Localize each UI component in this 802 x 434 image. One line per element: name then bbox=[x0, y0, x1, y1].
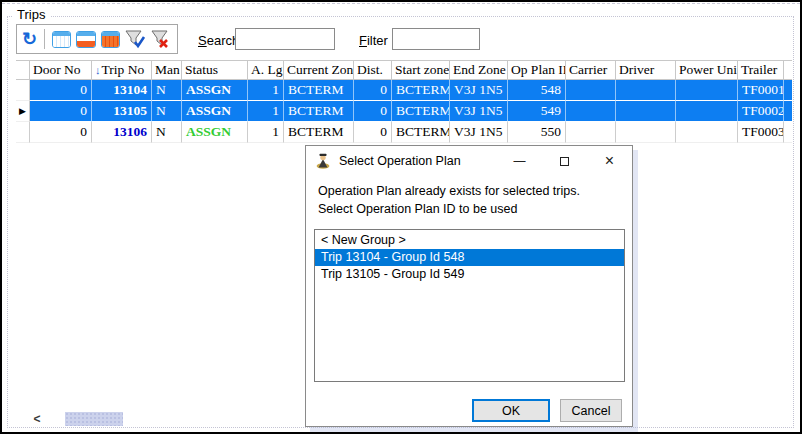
grid-cell-man: N bbox=[152, 80, 182, 101]
operation-plan-listbox: < New Group >Trip 13104 - Group Id 548Tr… bbox=[314, 229, 625, 382]
grid-cell-man: N bbox=[152, 122, 182, 143]
close-icon[interactable]: × bbox=[587, 146, 632, 176]
column-header-trailer[interactable]: Trailer bbox=[738, 61, 784, 79]
grid-cell-trailer: TF0001 bbox=[738, 80, 784, 101]
filter-input[interactable] bbox=[392, 28, 480, 50]
horizontal-scrollbar: < bbox=[28, 411, 123, 427]
grid-cell-status: ASSGN bbox=[182, 80, 248, 101]
column-header-opplan[interactable]: Op Plan ID bbox=[508, 61, 566, 79]
grid-cell-status: ASSGN bbox=[182, 101, 248, 122]
select-operation-plan-dialog: Select Operation Plan — × Operation Plan… bbox=[305, 145, 633, 427]
current-row-marker-icon: ▶ bbox=[19, 107, 26, 116]
column-header-carrier[interactable]: Carrier bbox=[566, 61, 616, 79]
grid-cell-status: ASSGN bbox=[182, 122, 248, 143]
scrollbar-thumb[interactable] bbox=[65, 412, 123, 426]
grid-cell-szone: BCTERM bbox=[392, 122, 450, 143]
grid-cell-alg: 1 bbox=[248, 80, 284, 101]
grid-cell-alg: 1 bbox=[248, 122, 284, 143]
grid-header: Door No↓Trip NoManStatusA. LgCurrent Zon… bbox=[16, 60, 792, 80]
search-label: Search bbox=[198, 33, 239, 48]
column-header-status[interactable]: Status bbox=[182, 61, 248, 79]
grid-cell-trailer: TF0002 bbox=[738, 101, 784, 122]
grid-view-empty-icon[interactable] bbox=[52, 31, 71, 48]
grid-cell-carrier bbox=[566, 80, 616, 101]
refresh-icon[interactable]: ↻ bbox=[22, 30, 37, 48]
grid-cell-czone: BCTERM bbox=[284, 122, 354, 143]
table-row[interactable]: 013106NASSGN1BCTERM0BCTERMV3J 1N5550TF00… bbox=[16, 122, 792, 143]
column-header-driver[interactable]: Driver bbox=[616, 61, 676, 79]
row-selector[interactable] bbox=[16, 122, 30, 143]
minimize-icon[interactable]: — bbox=[497, 146, 542, 176]
grid-cell-trip: 13105 bbox=[92, 101, 152, 122]
grid-cell-carrier bbox=[566, 101, 616, 122]
grid-cell-door: 0 bbox=[30, 122, 92, 143]
grid-cell-dist: 0 bbox=[354, 80, 392, 101]
grid-cell-ezone: V3J 1N5 bbox=[450, 122, 508, 143]
grid-cell-trip: 13104 bbox=[92, 80, 152, 101]
list-item[interactable]: < New Group > bbox=[315, 232, 624, 249]
grid-cell-carrier bbox=[566, 122, 616, 143]
table-row[interactable]: 013104NASSGN1BCTERM0BCTERMV3J 1N5548TF00… bbox=[16, 80, 792, 101]
column-header-punit[interactable]: Power Unit bbox=[676, 61, 738, 79]
trips-grid: Door No↓Trip NoManStatusA. LgCurrent Zon… bbox=[16, 60, 792, 143]
list-item[interactable]: Trip 13104 - Group Id 548 bbox=[315, 249, 624, 266]
column-header-ezone[interactable]: End Zone bbox=[450, 61, 508, 79]
column-header-man[interactable]: Man bbox=[152, 61, 182, 79]
grid-cell-ezone: V3J 1N5 bbox=[450, 101, 508, 122]
search-input[interactable] bbox=[235, 28, 335, 50]
filter-label: Filter bbox=[359, 33, 388, 48]
grid-cell-szone: BCTERM bbox=[392, 101, 450, 122]
grid-cell-punit bbox=[676, 101, 738, 122]
grid-cell-opplan: 548 bbox=[508, 80, 566, 101]
grid-cell-trailer: TF0003 bbox=[738, 122, 784, 143]
column-header-filler bbox=[784, 61, 792, 79]
window-top-dash bbox=[2, 3, 800, 4]
grid-body: 013104NASSGN1BCTERM0BCTERMV3J 1N5548TF00… bbox=[16, 80, 792, 143]
list-item[interactable]: Trip 13105 - Group Id 549 bbox=[315, 266, 624, 283]
row-selector[interactable] bbox=[16, 80, 30, 101]
column-header-dist[interactable]: Dist. bbox=[354, 61, 392, 79]
grid-cell-man: N bbox=[152, 101, 182, 122]
grid-view-partial-icon[interactable] bbox=[76, 31, 95, 48]
dialog-buttons: OK Cancel bbox=[472, 399, 622, 422]
row-selector-header bbox=[16, 61, 30, 79]
grid-cell-szone: BCTERM bbox=[392, 80, 450, 101]
column-header-door[interactable]: Door No bbox=[30, 61, 92, 79]
dialog-message: Operation Plan already exists for select… bbox=[318, 182, 620, 218]
grid-cell-ezone: V3J 1N5 bbox=[450, 80, 508, 101]
trips-group-label: Trips bbox=[12, 7, 50, 22]
grid-cell-door: 0 bbox=[30, 101, 92, 122]
dialog-title: Select Operation Plan bbox=[339, 154, 461, 168]
grid-cell-driver bbox=[616, 122, 676, 143]
grid-cell-alg: 1 bbox=[248, 101, 284, 122]
scroll-left-icon[interactable]: < bbox=[28, 412, 46, 426]
ok-button[interactable]: OK bbox=[472, 399, 550, 422]
trips-toolbar: ↻ bbox=[16, 24, 178, 54]
grid-cell-filler bbox=[784, 80, 792, 101]
cancel-button[interactable]: Cancel bbox=[560, 399, 622, 422]
trips-window: { "window": { "group_label": "Trips" }, … bbox=[0, 0, 802, 434]
column-header-czone[interactable]: Current Zone bbox=[284, 61, 354, 79]
maximize-icon[interactable] bbox=[542, 146, 587, 176]
dialog-titlebar: Select Operation Plan — × bbox=[306, 146, 632, 176]
column-header-trip[interactable]: ↓Trip No bbox=[92, 61, 152, 79]
caption-buttons: — × bbox=[497, 146, 632, 176]
grid-view-full-icon[interactable] bbox=[101, 31, 120, 48]
grid-cell-driver bbox=[616, 80, 676, 101]
dialog-message-line2: Select Operation Plan ID to be used bbox=[318, 200, 620, 218]
row-selector[interactable]: ▶ bbox=[16, 101, 30, 122]
grid-cell-czone: BCTERM bbox=[284, 80, 354, 101]
filter-clear-icon[interactable] bbox=[151, 30, 172, 49]
table-row[interactable]: ▶013105NASSGN1BCTERM0BCTERMV3J 1N5549TF0… bbox=[16, 101, 792, 122]
grid-cell-czone: BCTERM bbox=[284, 101, 354, 122]
grid-cell-trip: 13106 bbox=[92, 122, 152, 143]
column-header-szone[interactable]: Start zone bbox=[392, 61, 450, 79]
column-header-alg[interactable]: A. Lg bbox=[248, 61, 284, 79]
toolbar-separator bbox=[44, 29, 45, 49]
grid-cell-driver bbox=[616, 101, 676, 122]
grid-cell-punit bbox=[676, 80, 738, 101]
filter-apply-icon[interactable] bbox=[125, 30, 146, 49]
sort-desc-icon: ↓ bbox=[95, 64, 101, 76]
grid-cell-punit bbox=[676, 122, 738, 143]
grid-cell-filler bbox=[784, 101, 792, 122]
